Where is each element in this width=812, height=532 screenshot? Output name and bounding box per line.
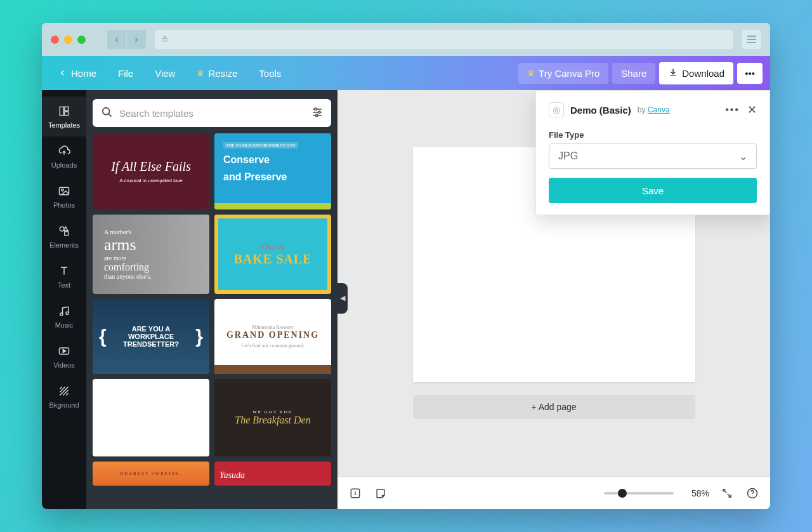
more-button[interactable]: ••• [737,63,763,84]
search-input[interactable] [119,108,304,119]
text-icon [57,264,71,278]
svg-point-9 [66,312,69,314]
file-type-label: File Type [549,130,757,140]
search-bar [93,99,331,127]
window-controls [51,36,86,44]
nav-buttons: ‹ › [107,30,146,49]
svg-point-5 [62,189,63,191]
svg-point-14 [316,114,318,116]
home-label: Home [71,68,96,79]
grid-view-button[interactable]: 1 [348,486,363,501]
templates-panel: If All Else FailsA musical in unrequited… [86,90,337,509]
browser-chrome: ‹ › [42,23,770,56]
templates-grid: If All Else FailsA musical in unrequited… [93,133,331,500]
side-rail: Templates Uploads Photos Elements Text M… [42,90,86,509]
svg-rect-3 [65,112,69,116]
music-icon [57,304,71,318]
resize-menu[interactable]: ♛ Resize [188,63,246,84]
fullscreen-button[interactable] [719,486,735,501]
app-body: Templates Uploads Photos Elements Text M… [42,90,770,509]
tools-menu[interactable]: Tools [250,63,290,84]
rail-music[interactable]: Music [42,296,86,336]
templates-icon [57,104,71,118]
app-logo-icon: ◎ [549,102,564,117]
zoom-label: 58% [684,488,709,498]
svg-rect-2 [65,107,69,110]
rail-videos[interactable]: Videos [42,336,86,376]
address-bar[interactable] [155,30,733,49]
svg-point-13 [318,111,320,113]
app-window: ‹ › Home File View ♛ Resize Tools ♛ Try … [42,23,770,509]
app-toolbar: Home File View ♛ Resize Tools ♛ Try Canv… [42,56,770,90]
close-window-icon[interactable] [51,36,59,44]
share-button[interactable]: Share [612,63,655,84]
template-item[interactable]: CharityBAKE SALE [214,215,331,294]
rail-templates[interactable]: Templates [42,96,86,136]
template-item[interactable]: Yasuda [214,462,331,486]
uploads-icon [57,144,71,158]
svg-point-8 [60,313,63,316]
export-popover: ◎ Demo (Basic) by Canva ••• ✕ File Type … [535,90,770,215]
nav-back-button[interactable]: ‹ [107,30,126,49]
nav-forward-button[interactable]: › [127,30,146,49]
zoom-thumb[interactable] [618,489,627,498]
download-button[interactable]: Download [659,62,733,84]
file-type-select[interactable]: JPG ⌄ [549,143,757,169]
view-menu[interactable]: View [146,63,184,84]
minimize-window-icon[interactable] [64,36,72,44]
lock-icon [161,35,169,44]
file-menu[interactable]: File [109,63,142,84]
popover-byline: by Canva [638,105,670,114]
svg-rect-7 [65,232,69,236]
canvas-area: + Add page 1 58% ◎ Demo (Basic) by Canv [337,90,770,509]
browser-menu-button[interactable] [742,30,761,49]
save-button[interactable]: Save [549,178,757,203]
status-bar: 1 58% [337,476,770,509]
popover-more-button[interactable]: ••• [725,104,740,116]
background-icon [57,384,71,398]
svg-point-11 [103,108,110,115]
popover-title: Demo (Basic) [570,105,631,116]
help-button[interactable] [745,486,760,501]
more-icon: ••• [745,68,755,79]
template-item[interactable]: WE GOT YOUThe Breakfast Den [214,379,331,456]
maximize-window-icon[interactable] [77,36,86,44]
template-item[interactable]: THE WORLD ENVIRONMENT DAY Conserve and P… [214,133,331,209]
svg-rect-4 [60,187,69,195]
add-page-button[interactable]: + Add page [413,395,695,419]
template-item[interactable]: Minnesotta BreweryGRAND OPENINGLet's fin… [214,299,331,374]
template-item[interactable]: If All Else FailsA musical in unrequited… [93,133,209,209]
svg-text:1: 1 [354,490,357,496]
videos-icon [57,344,71,358]
search-icon [100,105,113,121]
crown-icon: ♛ [197,69,204,78]
rail-elements[interactable]: Elements [42,216,86,256]
photos-icon [57,184,71,198]
rail-uploads[interactable]: Uploads [42,136,86,176]
rail-background[interactable]: Bkground [42,376,86,416]
collapse-panel-button[interactable]: ◀ [337,283,348,314]
download-icon [668,67,678,79]
svg-rect-1 [60,107,63,115]
chevron-down-icon: ⌄ [739,150,747,163]
elements-icon [57,224,71,238]
filter-icon[interactable] [311,105,324,121]
zoom-slider[interactable] [604,492,674,495]
home-button[interactable]: Home [49,63,105,84]
try-pro-button[interactable]: ♛ Try Canva Pro [518,63,608,84]
svg-rect-0 [163,38,167,41]
svg-point-22 [752,495,752,496]
svg-point-12 [315,108,317,110]
source-link[interactable]: Canva [648,105,670,114]
template-item[interactable]: { ARE YOU A WORKPLACETRENDSETTER? } [93,299,209,374]
template-item[interactable] [93,379,209,456]
rail-text[interactable]: Text [42,256,86,296]
template-item[interactable]: A mother'sarmsare morecomfortingthan any… [93,215,209,294]
template-item[interactable]: DEAREST SWEETIE, [93,462,209,486]
popover-close-button[interactable]: ✕ [747,103,757,117]
rail-photos[interactable]: Photos [42,176,86,216]
crown-icon: ♛ [527,69,535,78]
notes-button[interactable] [373,486,388,501]
